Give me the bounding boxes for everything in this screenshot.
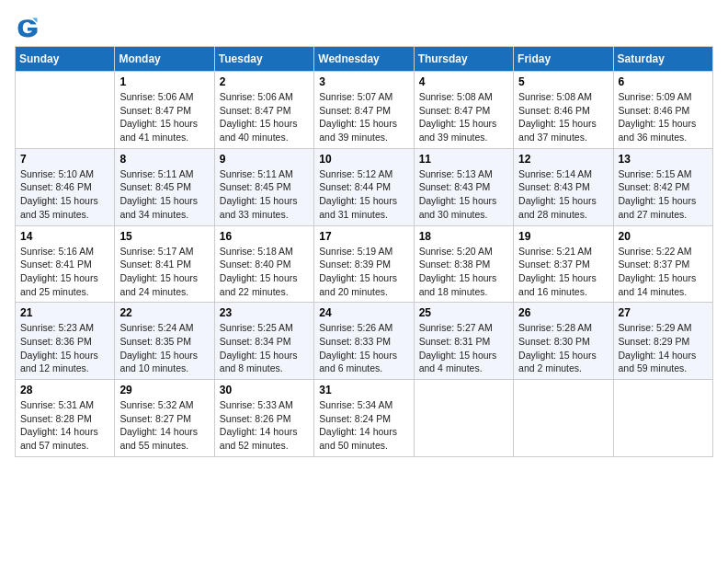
- calendar-cell: 9Sunrise: 5:11 AM Sunset: 8:45 PM Daylig…: [214, 148, 313, 225]
- cell-info: Sunrise: 5:20 AM Sunset: 8:38 PM Dayligh…: [419, 245, 508, 299]
- calendar-cell: 26Sunrise: 5:28 AM Sunset: 8:30 PM Dayli…: [514, 303, 613, 380]
- cell-info: Sunrise: 5:06 AM Sunset: 8:47 PM Dayligh…: [119, 90, 209, 144]
- calendar-cell: 30Sunrise: 5:33 AM Sunset: 8:26 PM Dayli…: [214, 380, 313, 457]
- date-number: 16: [220, 230, 309, 243]
- date-number: 15: [119, 230, 209, 243]
- calendar-cell: 6Sunrise: 5:09 AM Sunset: 8:46 PM Daylig…: [613, 72, 712, 149]
- date-number: 4: [419, 75, 508, 88]
- cell-info: Sunrise: 5:07 AM Sunset: 8:47 PM Dayligh…: [319, 90, 408, 144]
- date-number: 8: [119, 153, 209, 166]
- calendar-cell: 10Sunrise: 5:12 AM Sunset: 8:44 PM Dayli…: [314, 148, 414, 225]
- date-number: 28: [20, 384, 109, 396]
- date-number: 7: [20, 153, 109, 166]
- calendar-cell: 31Sunrise: 5:34 AM Sunset: 8:24 PM Dayli…: [314, 380, 414, 457]
- date-number: 9: [220, 153, 309, 166]
- cell-info: Sunrise: 5:23 AM Sunset: 8:36 PM Dayligh…: [20, 321, 109, 375]
- date-number: 18: [419, 230, 508, 243]
- calendar-cell: [514, 380, 613, 457]
- calendar-cell: 4Sunrise: 5:08 AM Sunset: 8:47 PM Daylig…: [414, 72, 513, 149]
- calendar-cell: 8Sunrise: 5:11 AM Sunset: 8:45 PM Daylig…: [115, 148, 214, 225]
- calendar-cell: 20Sunrise: 5:22 AM Sunset: 8:37 PM Dayli…: [613, 225, 712, 303]
- cell-info: Sunrise: 5:32 AM Sunset: 8:27 PM Dayligh…: [119, 398, 209, 453]
- date-number: 12: [518, 153, 608, 166]
- calendar-cell: 3Sunrise: 5:07 AM Sunset: 8:47 PM Daylig…: [314, 72, 414, 149]
- date-number: 2: [220, 75, 309, 88]
- calendar-cell: 19Sunrise: 5:21 AM Sunset: 8:37 PM Dayli…: [514, 225, 613, 303]
- cell-info: Sunrise: 5:22 AM Sunset: 8:37 PM Dayligh…: [619, 245, 708, 299]
- cell-info: Sunrise: 5:10 AM Sunset: 8:46 PM Dayligh…: [20, 167, 109, 222]
- calendar-cell: 14Sunrise: 5:16 AM Sunset: 8:41 PM Dayli…: [16, 225, 115, 303]
- calendar-table: SundayMondayTuesdayWednesdayThursdayFrid…: [15, 46, 713, 457]
- date-number: 29: [119, 384, 209, 396]
- date-number: 23: [220, 306, 309, 319]
- calendar-cell: 18Sunrise: 5:20 AM Sunset: 8:38 PM Dayli…: [414, 225, 513, 303]
- logo: [15, 15, 44, 40]
- cell-info: Sunrise: 5:27 AM Sunset: 8:31 PM Dayligh…: [419, 321, 508, 375]
- cell-info: Sunrise: 5:12 AM Sunset: 8:44 PM Dayligh…: [319, 167, 408, 222]
- cell-info: Sunrise: 5:26 AM Sunset: 8:33 PM Dayligh…: [319, 321, 408, 375]
- date-number: 10: [319, 153, 408, 166]
- calendar-cell: 7Sunrise: 5:10 AM Sunset: 8:46 PM Daylig…: [16, 148, 115, 225]
- col-header-thursday: Thursday: [414, 47, 513, 72]
- cell-info: Sunrise: 5:24 AM Sunset: 8:35 PM Dayligh…: [119, 321, 209, 375]
- calendar-cell: 27Sunrise: 5:29 AM Sunset: 8:29 PM Dayli…: [613, 303, 712, 380]
- calendar-cell: [613, 380, 712, 457]
- calendar-cell: 2Sunrise: 5:06 AM Sunset: 8:47 PM Daylig…: [214, 72, 313, 149]
- cell-info: Sunrise: 5:14 AM Sunset: 8:43 PM Dayligh…: [518, 167, 608, 222]
- col-header-tuesday: Tuesday: [214, 47, 313, 72]
- col-header-friday: Friday: [514, 47, 613, 72]
- cell-info: Sunrise: 5:31 AM Sunset: 8:28 PM Dayligh…: [20, 398, 109, 453]
- date-number: 26: [518, 306, 608, 319]
- date-number: 27: [619, 306, 708, 319]
- date-number: 30: [220, 384, 309, 396]
- cell-info: Sunrise: 5:16 AM Sunset: 8:41 PM Dayligh…: [20, 245, 109, 299]
- logo-icon: [15, 15, 40, 40]
- col-header-wednesday: Wednesday: [314, 47, 414, 72]
- calendar-cell: 12Sunrise: 5:14 AM Sunset: 8:43 PM Dayli…: [514, 148, 613, 225]
- date-number: 1: [119, 75, 209, 88]
- cell-info: Sunrise: 5:18 AM Sunset: 8:40 PM Dayligh…: [220, 245, 309, 299]
- calendar-cell: 5Sunrise: 5:08 AM Sunset: 8:46 PM Daylig…: [514, 72, 613, 149]
- calendar-cell: 24Sunrise: 5:26 AM Sunset: 8:33 PM Dayli…: [314, 303, 414, 380]
- cell-info: Sunrise: 5:34 AM Sunset: 8:24 PM Dayligh…: [319, 398, 408, 453]
- date-number: 17: [319, 230, 408, 243]
- cell-info: Sunrise: 5:33 AM Sunset: 8:26 PM Dayligh…: [220, 398, 309, 453]
- date-number: 14: [20, 230, 109, 243]
- cell-info: Sunrise: 5:17 AM Sunset: 8:41 PM Dayligh…: [119, 245, 209, 299]
- calendar-cell: 29Sunrise: 5:32 AM Sunset: 8:27 PM Dayli…: [115, 380, 214, 457]
- date-number: 6: [619, 75, 708, 88]
- date-number: 31: [319, 384, 408, 396]
- cell-info: Sunrise: 5:28 AM Sunset: 8:30 PM Dayligh…: [518, 321, 608, 375]
- col-header-monday: Monday: [115, 47, 214, 72]
- calendar-cell: 11Sunrise: 5:13 AM Sunset: 8:43 PM Dayli…: [414, 148, 513, 225]
- cell-info: Sunrise: 5:29 AM Sunset: 8:29 PM Dayligh…: [619, 321, 708, 375]
- calendar-cell: [414, 380, 513, 457]
- cell-info: Sunrise: 5:08 AM Sunset: 8:46 PM Dayligh…: [518, 90, 608, 144]
- cell-info: Sunrise: 5:08 AM Sunset: 8:47 PM Dayligh…: [419, 90, 508, 144]
- calendar-cell: 25Sunrise: 5:27 AM Sunset: 8:31 PM Dayli…: [414, 303, 513, 380]
- calendar-cell: 16Sunrise: 5:18 AM Sunset: 8:40 PM Dayli…: [214, 225, 313, 303]
- col-header-saturday: Saturday: [613, 47, 712, 72]
- cell-info: Sunrise: 5:09 AM Sunset: 8:46 PM Dayligh…: [619, 90, 708, 144]
- cell-info: Sunrise: 5:21 AM Sunset: 8:37 PM Dayligh…: [518, 245, 608, 299]
- date-number: 24: [319, 306, 408, 319]
- date-number: 22: [119, 306, 209, 319]
- date-number: 20: [619, 230, 708, 243]
- calendar-cell: 15Sunrise: 5:17 AM Sunset: 8:41 PM Dayli…: [115, 225, 214, 303]
- date-number: 5: [518, 75, 608, 88]
- cell-info: Sunrise: 5:19 AM Sunset: 8:39 PM Dayligh…: [319, 245, 408, 299]
- calendar-cell: [16, 72, 115, 149]
- calendar-cell: 13Sunrise: 5:15 AM Sunset: 8:42 PM Dayli…: [613, 148, 712, 225]
- date-number: 25: [419, 306, 508, 319]
- date-number: 21: [20, 306, 109, 319]
- calendar-cell: 22Sunrise: 5:24 AM Sunset: 8:35 PM Dayli…: [115, 303, 214, 380]
- cell-info: Sunrise: 5:11 AM Sunset: 8:45 PM Dayligh…: [119, 167, 209, 222]
- cell-info: Sunrise: 5:06 AM Sunset: 8:47 PM Dayligh…: [220, 90, 309, 144]
- calendar-cell: 23Sunrise: 5:25 AM Sunset: 8:34 PM Dayli…: [214, 303, 313, 380]
- calendar-cell: 21Sunrise: 5:23 AM Sunset: 8:36 PM Dayli…: [16, 303, 115, 380]
- cell-info: Sunrise: 5:13 AM Sunset: 8:43 PM Dayligh…: [419, 167, 508, 222]
- date-number: 3: [319, 75, 408, 88]
- cell-info: Sunrise: 5:25 AM Sunset: 8:34 PM Dayligh…: [220, 321, 309, 375]
- page-header: [15, 15, 713, 40]
- calendar-cell: 17Sunrise: 5:19 AM Sunset: 8:39 PM Dayli…: [314, 225, 414, 303]
